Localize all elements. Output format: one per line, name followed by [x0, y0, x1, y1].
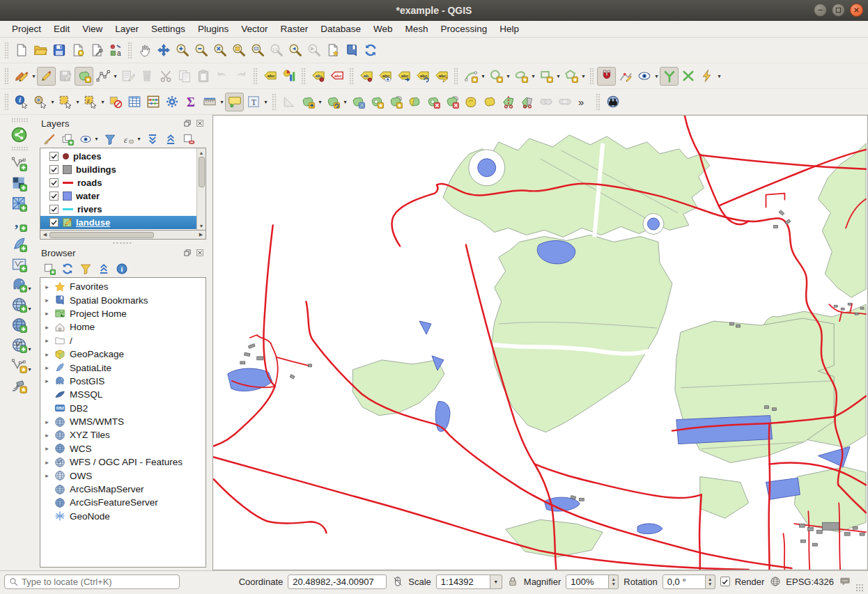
menu-layer[interactable]: Layer	[109, 22, 145, 36]
open-project-button[interactable]	[31, 41, 49, 60]
rotate-feature-button[interactable]	[323, 93, 342, 111]
digitize-rectangle-button[interactable]	[536, 67, 555, 86]
vertex-tool-button[interactable]	[93, 67, 112, 86]
text-annotation-button[interactable]: T	[244, 93, 263, 111]
zoom-out-button[interactable]	[192, 41, 210, 60]
enable-tracing-button[interactable]	[660, 67, 679, 86]
layers-horizontal-scrollbar[interactable]: ◀ ▶	[40, 230, 206, 240]
map-canvas[interactable]	[213, 116, 867, 570]
delete-ring-button[interactable]	[424, 93, 442, 111]
magnifier-input[interactable]	[566, 575, 609, 589]
layer-item-roads[interactable]: roads	[40, 176, 196, 189]
measure-line-dropdown-caret[interactable]: ▾	[219, 99, 225, 105]
rotation-input[interactable]	[662, 575, 706, 589]
browser-item-home[interactable]: ▸Home	[40, 320, 206, 334]
select-by-expression-dropdown-caret[interactable]: ▾	[100, 99, 106, 105]
expand-all-button[interactable]	[144, 132, 160, 147]
add-delimited-text-layer-button[interactable]: ,	[8, 214, 31, 234]
new-print-layout-button[interactable]	[68, 41, 87, 60]
scale-combo[interactable]: ▾	[436, 575, 502, 589]
crs-status-button[interactable]	[769, 576, 781, 588]
browser-item-arcgisfeatureserver[interactable]: ArcGisFeatureServer	[40, 496, 206, 509]
digitize-rectangle-dropdown-caret[interactable]: ▾	[555, 73, 561, 79]
expand-caret-icon[interactable]: ▸	[43, 351, 51, 358]
rotation-spin-buttons[interactable]: ▲▼	[706, 575, 715, 589]
locator-bar[interactable]	[4, 575, 180, 589]
add-group-button[interactable]	[59, 132, 75, 147]
new-project-button[interactable]	[12, 41, 31, 60]
menu-web[interactable]: Web	[367, 22, 399, 36]
digitize-circle-dropdown-caret[interactable]: ▾	[505, 73, 511, 79]
panel-splitter[interactable]: ••••••	[40, 240, 206, 246]
browser-item-project-home[interactable]: ▸Project Home	[40, 307, 206, 320]
expand-caret-icon[interactable]: ▸	[43, 297, 51, 304]
render-checkbox[interactable]	[720, 577, 730, 586]
browser-item-postgis[interactable]: ▸PostGIS	[40, 375, 206, 388]
browser-item-arcgismapserver[interactable]: ArcGisMapServer	[40, 483, 206, 496]
move-feature-button[interactable]	[298, 93, 317, 111]
toolbar-handle[interactable]	[253, 68, 258, 84]
digitize-circle-button[interactable]	[486, 67, 505, 86]
vertex-tool-dropdown-caret[interactable]: ▾	[112, 73, 118, 79]
expand-caret-icon[interactable]: ▸	[43, 377, 51, 384]
new-temporary-scratch-layer-button[interactable]	[8, 375, 31, 396]
browser-item-mssql[interactable]: MSSQL	[40, 388, 206, 401]
browser-item-favorites[interactable]: ▸Favorites	[40, 280, 206, 293]
expand-caret-icon[interactable]: ▸	[43, 364, 51, 371]
pan-to-selection-button[interactable]	[154, 41, 173, 60]
select-by-expression-button[interactable]: ε	[81, 93, 100, 111]
browser-item-spatial-bookmarks[interactable]: ▸Spatial Bookmarks	[40, 293, 206, 306]
collapse-all-button[interactable]	[162, 132, 178, 147]
layer-visibility-checkbox[interactable]	[49, 152, 59, 161]
add-part-button[interactable]	[386, 93, 405, 111]
filter-by-expression-button[interactable]: ε	[120, 132, 136, 147]
layer-visibility-checkbox[interactable]	[49, 192, 59, 201]
simplify-feature-button[interactable]	[348, 93, 367, 111]
select-features-dropdown-caret[interactable]: ▾	[75, 99, 81, 105]
extents-toggle-button[interactable]	[392, 576, 403, 588]
scroll-up-icon[interactable]: ▲	[199, 148, 204, 157]
browser-item-xyz-tiles[interactable]: ▸XYZ Tiles	[40, 428, 206, 441]
delete-part-button[interactable]	[442, 93, 461, 111]
scroll-down-icon[interactable]: ▼	[199, 221, 204, 230]
expand-caret-icon[interactable]: ▸	[43, 310, 51, 317]
maximize-button[interactable]	[832, 3, 845, 17]
toolbar-handle[interactable]	[4, 42, 9, 58]
digitize-ellipse-button[interactable]	[511, 67, 530, 86]
title-bar[interactable]: *example - QGIS	[0, 0, 868, 21]
browser-item-geonode[interactable]: GeoNode	[40, 510, 206, 523]
toolbar-handle[interactable]	[301, 68, 306, 84]
toolbar-handle[interactable]	[349, 68, 354, 84]
properties-info-button[interactable]: i	[114, 261, 130, 276]
zoom-to-layer-button[interactable]	[248, 41, 267, 60]
split-parts-button[interactable]	[518, 93, 536, 111]
browser-item-spatialite[interactable]: ▸SpatiaLite	[40, 361, 206, 374]
toolbar-handle[interactable]	[127, 42, 132, 58]
filter-legend-button[interactable]	[102, 132, 118, 147]
trace-offset-dropdown-caret[interactable]: ▾	[716, 73, 722, 79]
open-layer-styling-button[interactable]	[41, 132, 57, 147]
reshape-features-button[interactable]	[480, 93, 499, 111]
toolbar-handle[interactable]	[4, 93, 9, 110]
add-selected-layers-button[interactable]	[41, 261, 57, 276]
new-shapefile-layer-dropdown-caret[interactable]: ▾	[28, 366, 31, 373]
menu-mesh[interactable]: Mesh	[399, 22, 435, 36]
toolbar-overflow-button[interactable]: »	[574, 93, 593, 111]
toolbar-handle[interactable]	[454, 68, 458, 84]
snap-intersections-button[interactable]	[679, 67, 697, 86]
digitize-with-curve-dropdown-caret[interactable]: ▾	[480, 73, 486, 79]
toolbar-handle[interactable]	[272, 93, 277, 110]
menu-help[interactable]: Help	[493, 22, 525, 36]
minimize-button[interactable]	[814, 3, 827, 17]
enable-snapping-button[interactable]	[597, 67, 616, 86]
browser-item-wms-wmts[interactable]: ▸WMS/WMTS	[40, 415, 206, 428]
scroll-left-icon[interactable]: ◀	[40, 232, 49, 237]
resize-grip[interactable]	[855, 584, 864, 592]
messages-button[interactable]	[839, 576, 851, 588]
browser-item-wfs-ogc-api-features[interactable]: ▸WFS / OGC API - Features	[40, 455, 206, 469]
pan-map-button[interactable]	[135, 41, 154, 60]
lock-scale-button[interactable]	[507, 576, 519, 588]
trace-offset-button[interactable]	[697, 67, 716, 86]
open-attribute-table-button[interactable]	[125, 93, 144, 111]
layer-diagram-options-button[interactable]	[279, 67, 298, 86]
